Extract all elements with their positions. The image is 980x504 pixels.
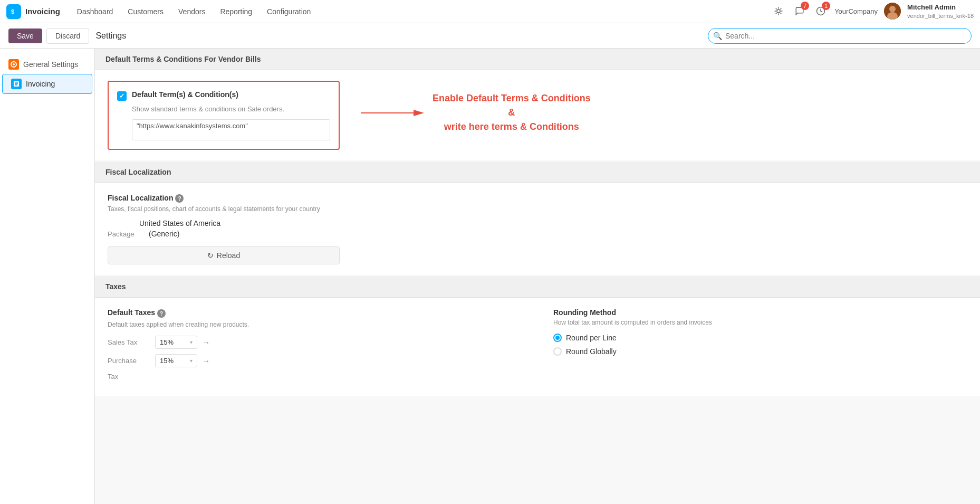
purchase-tax-select[interactable]: 15% ▾ xyxy=(155,354,197,367)
sidebar-item-invoicing[interactable]: Invoicing xyxy=(2,74,92,94)
general-settings-icon xyxy=(8,59,19,70)
taxes-section: Taxes Default Taxes ? Default taxes appl… xyxy=(95,276,980,396)
rounding-label: Rounding Method xyxy=(553,308,967,317)
terms-label: Default Term(s) & Condition(s) xyxy=(132,90,238,99)
invoicing-icon xyxy=(11,79,22,89)
nav-configuration[interactable]: Configuration xyxy=(261,4,317,19)
default-taxes-desc: Default taxes applied when creating new … xyxy=(108,321,522,328)
fiscal-field-desc: Taxes, fiscal positions, chart of accoun… xyxy=(108,205,424,213)
save-button[interactable]: Save xyxy=(8,28,42,43)
taxes-section-header: Taxes xyxy=(95,276,980,298)
svg-point-5 xyxy=(889,6,896,12)
terms-section: Default Terms & Conditions For Vendor Bi… xyxy=(95,49,980,160)
package-value: (Generic) xyxy=(149,230,179,238)
toolbar: Save Discard Settings 🔍 xyxy=(0,23,980,49)
reload-label: Reload xyxy=(217,251,240,260)
fiscal-section: Fiscal Localization Fiscal Localization … xyxy=(95,161,980,275)
main-layout: General Settings Invoicing Default Terms… xyxy=(0,49,980,504)
bug-button[interactable] xyxy=(771,4,786,18)
default-taxes-help-icon[interactable]: ? xyxy=(157,309,166,318)
search-icon: 🔍 xyxy=(713,32,722,40)
svg-marker-14 xyxy=(414,110,424,116)
tax-label: Tax xyxy=(108,373,150,381)
round-globally-label: Round Globally xyxy=(566,347,617,356)
activity-button[interactable]: 1 xyxy=(813,4,828,18)
purchase-tax-link[interactable]: → xyxy=(203,357,210,365)
nav-customers[interactable]: Customers xyxy=(121,4,170,19)
terms-section-header: Default Terms & Conditions For Vendor Bi… xyxy=(95,49,980,70)
annotation-text: Enable Default Terms & Conditions&write … xyxy=(433,91,591,134)
annotation-arrow xyxy=(361,102,424,123)
terms-description: Show standard terms & conditions on Sale… xyxy=(132,105,330,113)
search-bar: 🔍 xyxy=(708,28,972,44)
rounding-col: Rounding Method How total tax amount is … xyxy=(553,308,967,386)
round-globally-row: Round Globally xyxy=(553,347,967,356)
toolbar-title: Settings xyxy=(95,31,126,41)
chat-badge: 7 xyxy=(801,2,809,10)
user-info: Mitchell Admin vendor_bill_terms_knk-18 xyxy=(907,3,974,21)
svg-text:$: $ xyxy=(11,8,14,15)
sidebar-general-label: General Settings xyxy=(23,60,78,69)
reload-icon: ↻ xyxy=(207,251,214,260)
purchase-tax-row: Purchase 15% ▾ → xyxy=(108,354,522,367)
app-logo: $ xyxy=(6,4,21,19)
sales-tax-value: 15% xyxy=(160,338,174,346)
user-branch: vendor_bill_terms_knk-18 xyxy=(907,12,974,20)
round-globally-radio[interactable] xyxy=(553,347,562,356)
purchase-tax-value: 15% xyxy=(160,357,174,365)
top-nav: $ Invoicing Dashboard Customers Vendors … xyxy=(0,0,980,23)
chat-button[interactable]: 7 xyxy=(792,4,807,18)
user-name: Mitchell Admin xyxy=(907,3,974,12)
sidebar-invoicing-label: Invoicing xyxy=(26,80,55,88)
svg-point-8 xyxy=(13,63,15,65)
app-name: Invoicing xyxy=(25,7,60,16)
fiscal-section-header: Fiscal Localization xyxy=(95,161,980,183)
svg-point-2 xyxy=(777,9,780,13)
terms-checkbox[interactable] xyxy=(117,91,127,101)
reload-button[interactable]: ↻ Reload xyxy=(108,246,340,264)
annotation-container: Enable Default Terms & Conditions&write … xyxy=(361,81,591,134)
package-label: Package xyxy=(108,230,145,238)
content-area: Default Terms & Conditions For Vendor Bi… xyxy=(95,49,980,504)
round-per-line-label: Round per Line xyxy=(566,334,617,342)
activity-badge: 1 xyxy=(822,2,830,10)
arrow-container xyxy=(361,102,424,123)
user-avatar[interactable] xyxy=(884,3,901,20)
nav-vendors[interactable]: Vendors xyxy=(172,4,212,19)
fiscal-help-icon[interactable]: ? xyxy=(175,194,184,203)
nav-links: Dashboard Customers Vendors Reporting Co… xyxy=(71,4,771,19)
round-per-line-row: Round per Line xyxy=(553,334,967,342)
fiscal-country: United States of America xyxy=(139,219,424,227)
sidebar: General Settings Invoicing xyxy=(0,49,95,504)
nav-reporting[interactable]: Reporting xyxy=(214,4,258,19)
fiscal-field-label: Fiscal Localization xyxy=(108,194,173,202)
taxes-row: Default Taxes ? Default taxes applied wh… xyxy=(108,308,967,386)
rounding-radio-group: Round per Line Round Globally xyxy=(553,334,967,356)
sales-tax-row: Sales Tax 15% ▾ → xyxy=(108,336,522,349)
terms-url[interactable]: "https://www.kanakinfosystems.com" xyxy=(132,119,330,140)
rounding-desc: How total tax amount is computed in orde… xyxy=(553,319,967,326)
terms-card: Default Term(s) & Condition(s) Show stan… xyxy=(108,81,340,150)
company-name: YourCompany xyxy=(834,7,878,15)
nav-dashboard[interactable]: Dashboard xyxy=(71,4,120,19)
terms-section-body: Default Term(s) & Condition(s) Show stan… xyxy=(95,70,980,160)
discard-button[interactable]: Discard xyxy=(46,28,89,44)
sales-tax-select[interactable]: 15% ▾ xyxy=(155,336,197,349)
purchase-tax-chevron: ▾ xyxy=(190,358,193,364)
tax-label-row: Tax xyxy=(108,373,522,381)
sales-tax-chevron: ▾ xyxy=(190,339,193,345)
default-taxes-label: Default Taxes xyxy=(108,308,155,317)
nav-right: 7 1 YourCompany Mitchell Admin vendor_bi… xyxy=(771,3,974,21)
default-taxes-col: Default Taxes ? Default taxes applied wh… xyxy=(108,308,522,386)
taxes-section-body: Default Taxes ? Default taxes applied wh… xyxy=(95,298,980,396)
sales-tax-link[interactable]: → xyxy=(203,338,210,347)
sidebar-item-general[interactable]: General Settings xyxy=(0,55,94,74)
fiscal-section-body: Fiscal Localization ? Taxes, fiscal posi… xyxy=(95,183,980,275)
sales-tax-label: Sales Tax xyxy=(108,338,150,346)
purchase-tax-label: Purchase xyxy=(108,357,150,365)
round-per-line-radio[interactable] xyxy=(553,334,562,342)
search-input[interactable] xyxy=(708,28,972,44)
